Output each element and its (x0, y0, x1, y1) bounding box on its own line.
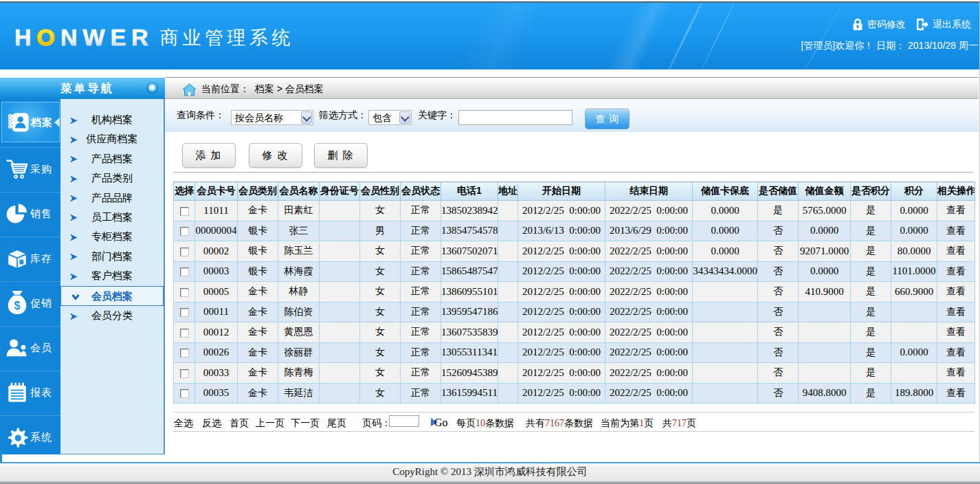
svg-text:$: $ (14, 299, 21, 311)
